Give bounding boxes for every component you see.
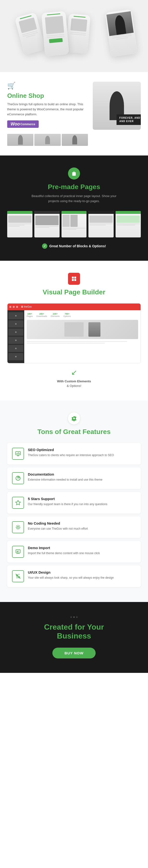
svg-rect-1 [72,277,74,279]
ui-ux-description: Your site will always look sharp, so you… [28,576,114,580]
support-icon [12,497,24,509]
svg-line-22 [16,574,21,579]
phone-mock-5 [105,9,138,57]
page-screenshots-row [7,211,141,238]
svg-rect-3 [72,279,74,281]
ui-ux-title: UI/UX Design [28,570,114,574]
builder-title: Visual Page Builder [7,288,141,296]
svg-rect-2 [74,277,76,279]
toolbar-dot-1 [9,306,11,308]
stat-options: 785+Options [63,313,71,317]
documentation-icon [12,472,24,484]
stat-downloads: 26k+Downloads [36,313,47,317]
check-icon: ✓ [42,243,47,249]
cta-decoration [7,616,141,618]
forever-text: FOREVER, ANDAND EVER [117,114,141,125]
feature-card-demo-import: Demo Import Import the full theme demo c… [7,541,141,563]
feature-card-support: 5 Stars Support Our friendly support tea… [7,492,141,514]
builder-custom-text: With Custom Elements & Options! [7,379,141,388]
builder-section: Visual Page Builder 🏛 theGov 190+Pages [0,261,148,400]
phone-mock-2 [41,11,69,56]
features-title: Tons of Great Features [7,428,141,436]
shop-text-content: 🛒 Online Shop TheGov brings full options… [7,82,88,146]
builder-sidebar [7,310,24,363]
builder-title-black: Visual Page [43,288,81,296]
sidebar-item-4 [8,337,23,344]
feature-card-ui-ux: UI/UX Design Your site will always look … [7,565,141,587]
cta-title: Created for Your Business [7,623,141,641]
shop-grid-preview [7,134,88,146]
hero-phones [5,10,143,62]
toolbar-dot-3 [16,306,18,308]
builder-main-content: 190+Pages 26k+Downloads 235+Elements 785… [24,310,141,363]
custom-text-line1: With Custom Elements [7,379,141,384]
page-screenshot-4 [88,211,114,238]
premade-title: Pre-made Pages [7,183,141,191]
premade-description: Beautiful collections of practical inner… [26,194,122,204]
cta-title-green: Business [7,631,141,641]
page-screenshot-2 [34,211,60,238]
shop-content-row: 🛒 Online Shop TheGov brings full options… [7,82,141,146]
seo-description: TheGov caters to clients who require an … [28,453,114,457]
premade-title-black: Pre-made [48,183,79,191]
seo-text: SEO Optimized TheGov caters to clients w… [28,448,114,457]
builder-title-green: Builder [82,288,105,296]
demo-import-text: Demo Import Import the full theme demo c… [28,546,100,555]
woo-label: Woo [10,122,20,127]
sidebar-item-3 [8,329,23,336]
ui-ux-icon [12,570,24,582]
shop-screenshots: FOREVER, ANDAND EVER [93,82,141,130]
sidebar-item-2 [8,320,23,328]
sidebar-item-5 [8,345,23,352]
shop-cart-icon: 🛒 [7,82,88,90]
grid-item-3 [62,134,88,146]
toolbar-dot-2 [13,306,14,308]
feature-card-seo: SEO Optimized TheGov caters to clients w… [7,443,141,465]
blocks-badge: ✓ Great Number of Blocks & Options! [42,243,106,249]
builder-icon-svg [71,276,77,282]
builder-content-area: 190+Pages 26k+Downloads 235+Elements 785… [7,310,141,363]
feature-card-documentation: Documentation Extensive information need… [7,467,141,489]
woocommerce-badge: Woo Commerce [7,120,39,128]
cta-section: Created for Your Business BUY NOW [0,602,148,673]
support-description: Our friendly support team is there if yo… [28,502,108,506]
blocks-badge-label: Great Number of Blocks & Options! [49,244,106,248]
no-coding-icon [12,521,24,533]
ui-ux-text: UI/UX Design Your site will always look … [28,570,114,580]
builder-preview: 🏛 theGov 190+Pages 26k+Downloads [7,303,141,363]
shop-title: Online Shop [7,92,88,99]
premade-title-green: Pages [80,183,100,191]
seo-icon-svg [15,451,21,457]
page-screenshot-1 [7,211,32,238]
woo-suffix: Commerce [21,123,35,126]
builder-stats: 190+Pages 26k+Downloads 235+Elements 785… [27,313,138,317]
toolbar-brand: 🏛 theGov [21,305,32,308]
documentation-text: Documentation Extensive information need… [28,472,102,482]
stat-elements: 235+Elements [51,313,60,317]
support-title: 5 Stars Support [28,497,108,501]
features-title-green: Features [83,428,111,435]
shop-description: TheGov brings full options to build an o… [7,102,88,117]
hero-section [0,0,148,72]
documentation-title: Documentation [28,472,102,476]
phone-mock-3 [66,13,91,54]
buy-now-button[interactable]: BUY NOW [52,648,95,658]
phone-mock-1 [14,12,46,55]
support-text: 5 Stars Support Our friendly support tea… [28,497,108,506]
page-screenshot-3 [61,211,87,238]
pages-icon-svg [71,171,77,176]
shop-title-black: Online [7,92,27,99]
features-section: Tons of Great Features SEO Optimized The… [0,400,148,602]
svg-rect-4 [74,279,76,281]
grid-item-1 [7,134,33,146]
builder-icon [68,273,80,285]
custom-text-line2: & Options! [67,384,82,388]
page-screenshot-5 [116,211,141,238]
features-gear-icon [68,412,80,424]
no-coding-description: Everyone can use TheGov with not much ef… [28,527,88,531]
sidebar-item-6 [8,353,23,360]
documentation-icon-svg [15,475,21,481]
builder-text-lines [27,341,138,344]
grid-item-2 [34,134,61,146]
no-coding-icon-svg [15,524,21,530]
